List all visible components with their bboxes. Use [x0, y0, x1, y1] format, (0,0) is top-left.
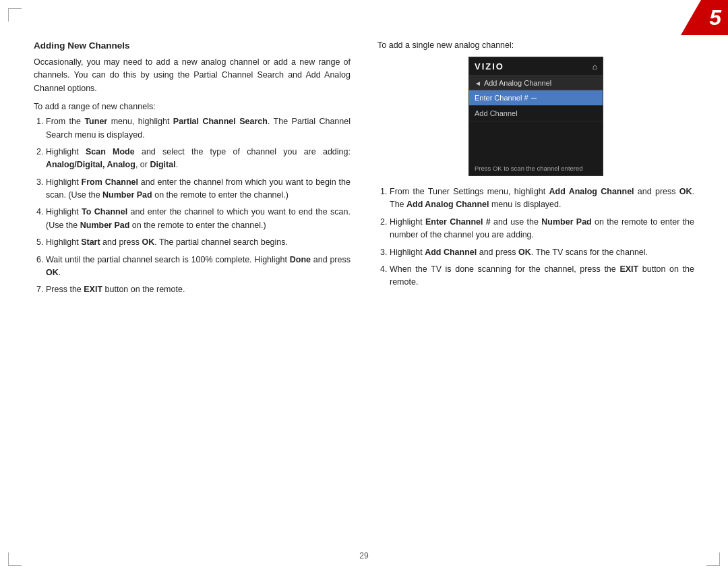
bold-ok-r2: OK — [518, 248, 531, 257]
tv-menu-footer: Press OK to scan the channel entered — [469, 121, 603, 175]
page-tab-number: 5 — [709, 5, 721, 30]
list-item: When the TV is done scanning for the cha… — [390, 263, 694, 289]
bold-from-channel: From Channel — [82, 177, 138, 187]
left-steps-list: From the Tuner menu, highlight Partial C… — [34, 115, 351, 297]
page-footer: 29 — [0, 551, 728, 561]
bold-partial-channel-search: Partial Channel Search — [173, 117, 268, 126]
tv-menu-mockup: VIZIO ⌂ ◄ Add Analog Channel Enter Chann… — [468, 57, 603, 176]
bold-start: Start — [81, 237, 100, 247]
list-item: From the Tuner menu, highlight Partial C… — [46, 115, 351, 142]
main-content: Adding New Channels Occasionally, you ma… — [34, 40, 694, 540]
tv-menu-item-enter-channel: Enter Channel # — [469, 90, 603, 106]
enter-channel-label: Enter Channel # — [475, 94, 528, 102]
intro-paragraph: Occasionally, you may need to add a new … — [34, 56, 351, 95]
bold-add-channel: Add Channel — [425, 248, 477, 257]
bold-number-pad-1: Number Pad — [102, 190, 152, 200]
tv-menu-back-label: Add Analog Channel — [484, 79, 551, 87]
bold-exit-right: EXIT — [619, 264, 638, 274]
bold-ok-2: OK — [46, 268, 59, 277]
page-tab: 5 — [681, 0, 728, 35]
bold-enter-channel: Enter Channel # — [425, 217, 491, 227]
tv-menu-footer-text: Press OK to scan the channel entered — [475, 165, 583, 172]
range-intro: To add a range of new channels: — [34, 102, 351, 111]
bold-tuner: Tuner — [84, 117, 107, 126]
left-column: Adding New Channels Occasionally, you ma… — [34, 40, 351, 304]
bold-to-channel: To Channel — [82, 207, 127, 217]
page-number: 29 — [359, 551, 368, 561]
bold-ok-r1: OK — [679, 187, 692, 196]
list-item: Press the EXIT button on the remote. — [46, 283, 351, 296]
list-item: From the Tuner Settings menu, highlight … — [390, 185, 694, 212]
back-arrow-icon: ◄ — [475, 80, 481, 87]
tv-menu-header: VIZIO ⌂ — [469, 57, 603, 76]
two-column-layout: Adding New Channels Occasionally, you ma… — [34, 40, 694, 304]
corner-mark-tl — [8, 8, 22, 22]
home-icon: ⌂ — [593, 62, 597, 71]
section-title: Adding New Channels — [34, 40, 351, 51]
list-item: Highlight Add Channel and press OK. The … — [390, 246, 694, 259]
bold-number-pad-r: Number Pad — [541, 217, 591, 227]
list-item: Highlight To Channel and enter the chann… — [46, 206, 351, 232]
list-item: Highlight Enter Channel # and use the Nu… — [390, 216, 694, 242]
bold-scan-mode: Scan Mode — [86, 147, 135, 156]
right-steps-list: From the Tuner Settings menu, highlight … — [377, 185, 694, 289]
bold-digital: Digital — [150, 160, 175, 169]
bold-analog-digital: Analog/Digital, Analog — [46, 160, 135, 169]
right-intro: To add a single new analog channel: — [377, 40, 694, 50]
right-column: To add a single new analog channel: VIZI… — [377, 40, 694, 304]
add-channel-label: Add Channel — [475, 109, 518, 117]
list-item: Highlight Scan Mode and select the type … — [46, 146, 351, 172]
list-item: Highlight Start and press OK. The partia… — [46, 236, 351, 249]
bold-add-analog-channel: Add Analog Channel — [549, 187, 634, 196]
vizio-logo: VIZIO — [475, 61, 504, 71]
list-item: Wait until the partial channel search is… — [46, 254, 351, 280]
tv-menu-back-row: ◄ Add Analog Channel — [469, 76, 603, 90]
list-item: Highlight From Channel and enter the cha… — [46, 176, 351, 202]
bold-ok-1: OK — [142, 237, 154, 247]
bold-exit-left: EXIT — [84, 285, 102, 294]
bold-add-analog-channel-2: Add Analog Channel — [406, 200, 489, 209]
tv-menu-item-add-channel: Add Channel — [469, 106, 603, 121]
bold-done: Done — [290, 255, 311, 264]
cursor-line — [531, 98, 537, 98]
bold-number-pad-2: Number Pad — [80, 221, 130, 230]
